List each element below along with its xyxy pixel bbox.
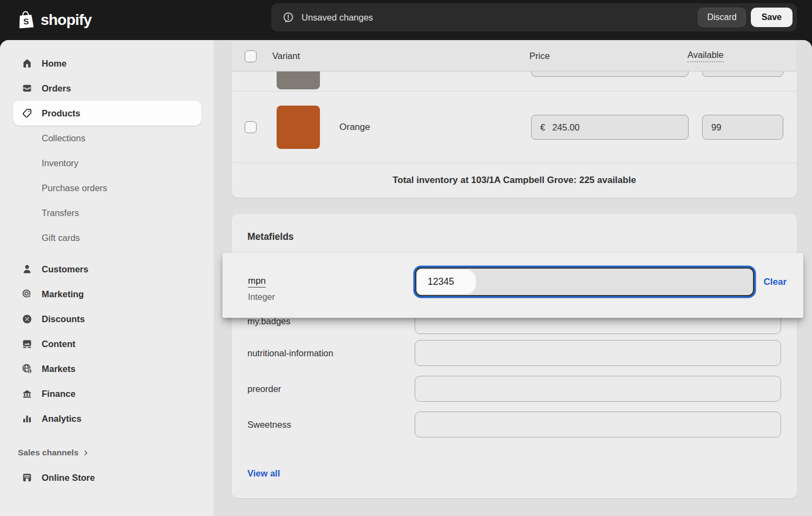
home-icon (22, 58, 32, 69)
variant-column-header: Variant (272, 51, 300, 61)
sidebar-item-label: Transfers (42, 208, 79, 218)
view-all-link[interactable]: View all (247, 468, 280, 479)
bank-icon (22, 388, 32, 399)
metafield-input[interactable] (415, 376, 781, 402)
metafield-input[interactable] (415, 412, 781, 437)
image-icon (22, 338, 32, 349)
available-input[interactable] (702, 71, 783, 77)
sidebar-item-content[interactable]: Content (13, 331, 201, 356)
sidebar-item-label: Customers (42, 264, 88, 275)
metafield-row-nutritional-information: nutritional-information (232, 340, 797, 366)
available-input[interactable]: 99 (702, 115, 783, 140)
sidebar-item-online-store[interactable]: Online Store (13, 465, 201, 490)
save-button[interactable]: Save (751, 8, 793, 27)
metafield-label: Sweetness (247, 412, 291, 437)
sidebar-item-purchase-orders[interactable]: Purchase orders (13, 175, 201, 200)
clipped-variant-row (232, 71, 797, 92)
unsaved-changes-message: Unsaved changes (302, 12, 698, 23)
bar-chart-icon (22, 413, 32, 424)
sidebar-item-label: Orders (42, 83, 71, 94)
globe-dollar-icon: $ (22, 363, 32, 374)
sidebar-item-label: Purchase orders (42, 183, 107, 193)
alert-bubble-icon (282, 11, 294, 24)
sidebar-item-markets[interactable]: $ Markets (13, 356, 201, 381)
sidebar-item-label: Discounts (42, 314, 85, 324)
sidebar-item-label: Marketing (42, 289, 84, 299)
sidebar-item-discounts[interactable]: Discounts (13, 306, 201, 331)
discount-badge-icon (22, 313, 32, 324)
unsaved-changes-bar: Unsaved changes Discard Save (271, 3, 797, 31)
metafield-row-preorder: preorder (232, 376, 797, 402)
sidebar-item-marketing[interactable]: Marketing (13, 282, 201, 306)
mpn-field-type: Integer (248, 292, 275, 302)
sales-channels-label: Sales channels (18, 448, 78, 458)
metafield-label: nutritional-information (247, 340, 333, 366)
variant-row-orange: Orange € 245.00 99 (232, 92, 797, 163)
mpn-input-value: 12345 (428, 269, 454, 295)
currency-symbol: € (540, 122, 545, 133)
sidebar-item-finance[interactable]: Finance (13, 381, 201, 406)
sidebar-item-label: Products (42, 108, 81, 119)
shopify-logo[interactable]: S shopify (16, 0, 91, 40)
sidebar-item-customers[interactable]: Customers (13, 257, 201, 282)
svg-text:S: S (23, 17, 29, 27)
metafields-title: Metafields (247, 231, 294, 243)
price-input[interactable]: € 245.00 (531, 115, 689, 140)
sidebar-item-label: Finance (42, 389, 75, 399)
sidebar-item-analytics[interactable]: Analytics (13, 406, 201, 431)
sidebar-item-orders[interactable]: Orders (13, 76, 201, 101)
sidebar-item-label: Collections (42, 133, 86, 143)
variants-card: Variant Price Available Orange € 245.00 … (232, 41, 797, 198)
main-content: Variant Price Available Orange € 245.00 … (215, 40, 812, 516)
sidebar-item-collections[interactable]: Collections (13, 126, 201, 151)
sidebar-item-label: Home (42, 58, 67, 69)
price-value: 245.00 (552, 122, 579, 133)
svg-text:$: $ (29, 369, 31, 374)
sidebar-item-label: Gift cards (42, 233, 80, 243)
sidebar-item-products[interactable]: Products (13, 101, 201, 126)
metafield-input[interactable] (415, 340, 781, 366)
sales-channels-heading[interactable]: Sales channels (18, 440, 214, 465)
target-icon (22, 289, 32, 299)
shopify-wordmark: shopify (41, 11, 91, 29)
orders-icon (22, 83, 32, 94)
topbar: S shopify Unsaved changes Discard Save (0, 0, 812, 40)
sidebar-item-label: Inventory (42, 158, 78, 168)
sidebar-item-inventory[interactable]: Inventory (13, 151, 201, 175)
metafield-label: preorder (247, 376, 281, 402)
select-all-checkbox[interactable] (245, 50, 257, 62)
sidebar-item-home[interactable]: Home (13, 51, 201, 76)
variant-swatch (277, 71, 320, 89)
tag-icon (22, 108, 32, 119)
sidebar-item-label: Online Store (42, 473, 95, 483)
sidebar-item-transfers[interactable]: Transfers (13, 200, 201, 225)
sidebar-divider-gap (0, 250, 214, 257)
price-input[interactable] (531, 71, 689, 77)
app-frame: Home Orders Products Collections Invento… (0, 40, 812, 516)
storefront-icon (22, 472, 32, 483)
variant-swatch[interactable] (277, 106, 320, 149)
mpn-editor-panel: mpn Integer 12345 Clear (222, 253, 803, 318)
chevron-right-icon (82, 449, 89, 456)
variant-table-header: Variant Price Available (232, 41, 797, 71)
variant-name: Orange (339, 92, 370, 163)
price-column-header: Price (529, 51, 550, 61)
available-value: 99 (711, 122, 721, 133)
available-column-header[interactable]: Available (687, 50, 724, 62)
sidebar-item-label: Content (42, 339, 75, 349)
clear-link[interactable]: Clear (763, 277, 787, 288)
mpn-input[interactable]: 12345 (415, 267, 754, 296)
mpn-field-name[interactable]: mpn (248, 276, 266, 288)
sidebar-item-gift-cards[interactable]: Gift cards (13, 225, 201, 250)
sidebar-section-gap (0, 431, 214, 440)
sidebar-item-label: Markets (42, 364, 75, 374)
discard-button[interactable]: Discard (698, 8, 745, 27)
shopify-bag-icon: S (16, 9, 36, 31)
sidebar-item-label: Analytics (42, 414, 81, 424)
variant-checkbox[interactable] (245, 121, 257, 133)
metafield-row-sweetness: Sweetness (232, 412, 797, 437)
sidebar: Home Orders Products Collections Invento… (0, 40, 214, 516)
person-icon (22, 264, 32, 275)
total-inventory-row: Total inventory at 103/1A Campbell Grove… (232, 163, 797, 198)
